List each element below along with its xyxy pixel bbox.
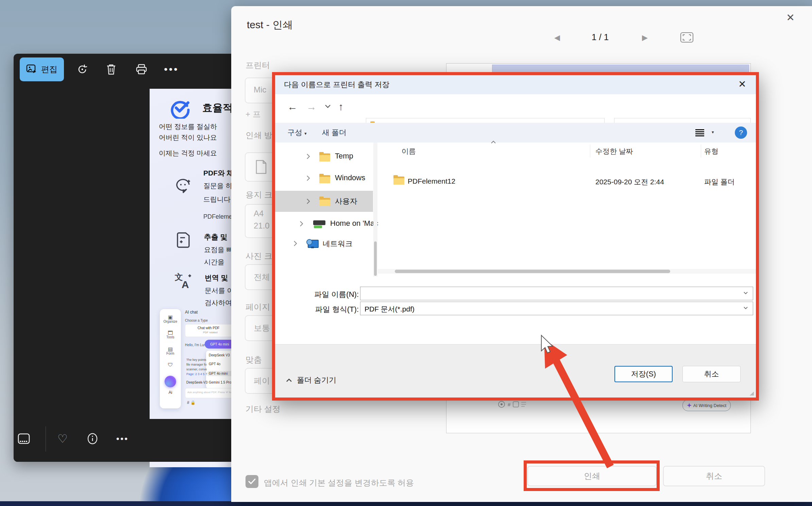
help-button[interactable]: ? [735,126,747,139]
fit-label: 맞춤 [246,354,262,365]
resize-grip[interactable] [750,391,754,395]
sort-caret-icon[interactable] [491,140,496,144]
allow-app-defaults-checkbox[interactable] [246,475,258,488]
print-icon[interactable] [133,61,150,78]
column-header-name[interactable]: 이름 [402,147,416,156]
mockup-model-dropdown: DeepSeek V3 GPT 4o GPT 4o mini Gemini 1.… [206,351,235,389]
page-indicator: 1 / 1 [571,32,629,43]
file-list-hscrollbar[interactable] [378,269,756,274]
network-icon [306,239,318,249]
mockup-model-pill: GPT 4o mini [205,340,235,349]
expander-icon[interactable] [306,198,310,204]
more-options-icon[interactable]: ••• [163,61,180,78]
hide-folders-button[interactable]: 폴더 숨기기 [286,375,336,385]
view-mode-dropdown-icon[interactable]: ▾ [712,130,714,135]
info-icon[interactable] [85,431,100,446]
filmstrip-icon[interactable] [16,431,31,446]
file-type-label: 파일 형식(T): [281,304,359,315]
file-name-input[interactable] [360,287,753,300]
other-settings-label: 기타 설정 [246,404,281,415]
save-dialog-titlebar: 다음 이름으로 프린터 출력 저장 ✕ [275,75,756,94]
edit-button-label: 편집 [41,64,57,75]
paper-size-label: 용지 크 [246,189,272,200]
save-cancel-button[interactable]: 취소 [682,366,741,382]
tree-item-home-on-mac[interactable]: Home on 'Mac [275,215,373,233]
delete-icon[interactable] [103,61,119,78]
svg-text:A: A [182,279,189,289]
next-page-icon[interactable]: ▶ [642,33,648,42]
save-dialog-footer: 폴더 숨기기 저장(S) 취소 [275,344,756,398]
up-icon[interactable]: ↑ [338,101,343,113]
rotate-icon[interactable] [74,61,90,78]
taskbar-edge [0,501,812,506]
photo-size-label: 사진 크 [246,251,272,262]
view-mode-icon[interactable] [695,128,704,136]
recent-locations-icon[interactable] [325,104,331,108]
photo-text: 드립니다 [203,195,231,204]
photo-section-title: PDF와 채 [203,168,234,178]
mockup-hash-lock: # 🔒 [187,400,196,405]
close-icon[interactable]: ✕ [786,12,795,23]
folder-icon [393,176,404,185]
tree-item-users[interactable]: 사용자 [275,191,373,212]
file-row[interactable]: PDFelement12 2025-09-20 오전 2:44 파일 폴더 [378,172,756,189]
photos-toolbar: 편집 ••• [14,54,235,85]
back-icon[interactable]: ← [287,101,298,113]
prev-page-icon[interactable]: ◀ [554,33,560,42]
tree-scrollbar[interactable] [373,142,377,276]
photo-content: 효율적 어떤 정보를 절실하 어버린 적이 있나요 이제는 걱정 마세요 PDF… [150,89,235,467]
photo-section-title: 번역 및 [205,273,228,283]
more-icon[interactable]: ••• [115,431,130,446]
folder-icon [319,198,330,206]
screen: 편집 ••• 효율적 어떤 정보를 절실하 어버린 적이 있나요 이제는 걱정 … [0,0,812,506]
photo-text: 어버린 적이 있나요 [159,133,217,142]
print-cancel-button[interactable]: 취소 [663,466,765,486]
photo-text: 요점을 빠 [204,245,233,254]
save-dialog-annotation-box: 다음 이름으로 프린터 출력 저장 ✕ ← → ↑ « 공용 › 공용 문서 ›… [272,72,759,401]
fit-page-icon[interactable] [680,32,694,43]
file-type: 파일 폴더 [704,177,735,187]
photo-section-title: 추출 및 [204,232,227,242]
file-type-select[interactable]: PDF 문서(*.pdf) [360,302,753,315]
extract-doc-icon [175,231,192,249]
column-header-type[interactable]: 유형 [704,147,718,156]
close-icon[interactable]: ✕ [738,79,746,90]
new-folder-button[interactable]: 새 폴더 [322,128,346,138]
preview-fragment: # [497,400,528,409]
print-button-annotation-box [524,460,660,491]
mockup-text: scanner, conve [186,368,207,371]
svg-text:#: # [508,402,511,407]
brand-text: PDFeleme [203,213,232,220]
add-printer-link[interactable]: + 프 [246,109,261,120]
edit-button[interactable]: 편집 [20,57,64,81]
orientation-label: 인쇄 방 [246,130,272,141]
mockup-model-select: DeepSeek-V3 [186,381,207,384]
photo-text: 이제는 걱정 마세요 [159,149,217,158]
printer-section-label: 프린터 [246,60,270,71]
save-button[interactable]: 저장(S) [614,366,673,382]
favorite-icon[interactable]: ♡ [55,431,70,446]
file-name: PDFelement12 [408,177,455,185]
expander-icon[interactable] [306,153,310,159]
chat-bubble-icon [174,176,192,195]
chevron-down-icon[interactable] [743,306,748,310]
mockup-text: Hello, I'm Lumi [185,343,207,347]
tree-item-windows[interactable]: Windows [275,170,373,187]
save-dialog-title: 다음 이름으로 프린터 출력 저장 [284,80,389,90]
column-header-date[interactable]: 수정한 날짜 [595,147,633,156]
translate-icon: 文A [175,272,192,289]
tree-item-network[interactable]: 네트워크 [275,235,373,253]
expander-icon[interactable] [306,175,310,181]
folder-icon [319,153,330,162]
photos-bottom-toolbar: ♡ ••• [14,419,235,462]
expander-icon[interactable] [293,240,297,247]
ai-gradient-icon [165,376,176,387]
organize-menu[interactable]: 구성 ▾ [287,128,307,138]
expander-icon[interactable] [300,221,303,227]
file-date: 2025-09-20 오전 2:44 [595,177,664,187]
tree-item-temp[interactable]: Temp [275,148,373,166]
preview-header-band [492,65,749,73]
photo-text: 문서를 이 [205,286,234,295]
chevron-down-icon[interactable] [743,291,748,295]
forward-icon[interactable]: → [306,101,317,113]
